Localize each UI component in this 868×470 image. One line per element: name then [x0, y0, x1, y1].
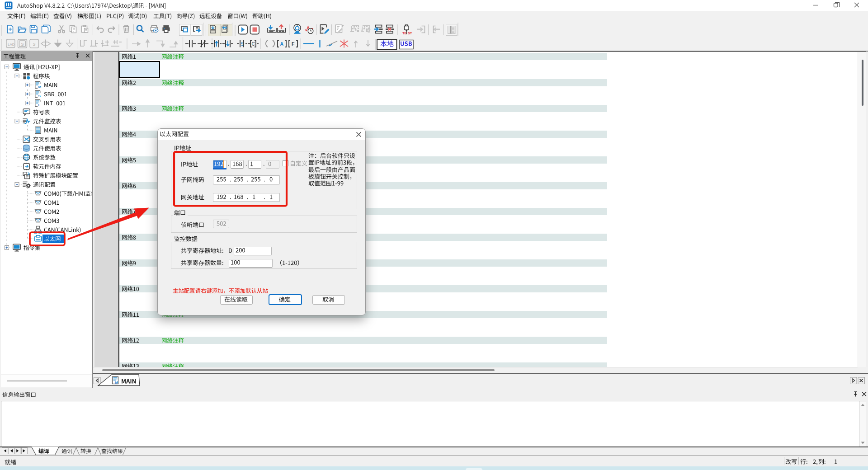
svg-text:S: S — [33, 42, 36, 47]
svg-text:A: A — [280, 41, 284, 47]
svg-text:M: M — [38, 85, 42, 89]
svg-text:M: M — [115, 381, 118, 385]
svg-text:S: S — [21, 42, 24, 47]
svg-text:TE ST: TE ST — [402, 31, 412, 35]
svg-text:C: C — [252, 42, 255, 47]
svg-text:S: S — [241, 42, 244, 47]
svg-text:I: I — [38, 103, 39, 107]
svg-text:S: S — [38, 94, 41, 98]
svg-text:F: F — [292, 41, 295, 47]
svg-text:LAD: LAD — [8, 42, 15, 47]
